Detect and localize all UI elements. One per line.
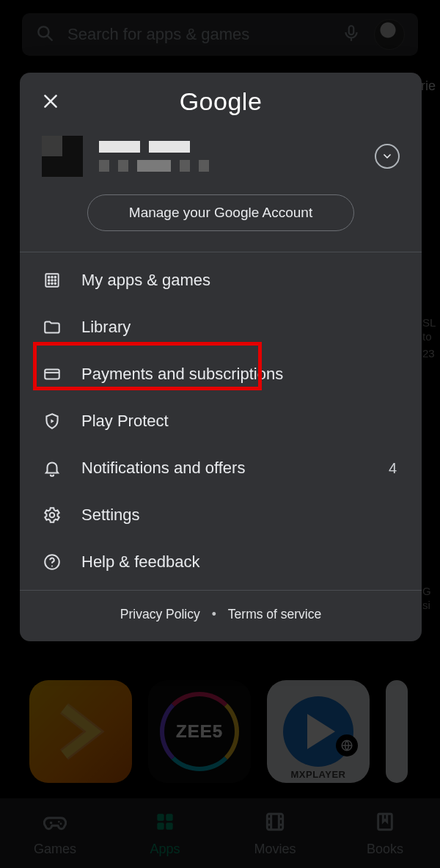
category-label-fragment: rie [421,79,436,94]
privacy-policy-link[interactable]: Privacy Policy [120,607,200,622]
help-icon [42,552,62,572]
bookmark-icon [373,810,397,837]
account-name-redacted [99,141,359,172]
grid-icon [42,270,62,291]
svg-point-30 [48,282,50,284]
menu-library[interactable]: Library [20,304,422,351]
svg-line-1 [48,36,52,40]
side-hint-2: G si [422,584,431,612]
menu-item-label: Payments and subscriptions [81,365,283,384]
separator-dot: • [212,607,216,622]
svg-point-32 [54,282,56,284]
menu-help[interactable]: Help & feedback [20,539,422,586]
sheet-footer: Privacy Policy • Terms of service [20,591,422,641]
terms-of-service-link[interactable]: Terms of service [228,607,321,622]
svg-point-28 [51,280,53,281]
menu-item-label: Play Protect [81,412,169,431]
svg-point-25 [51,277,53,278]
svg-rect-33 [45,370,59,379]
nav-games[interactable]: Games [0,798,110,868]
menu-item-label: My apps & games [81,271,210,290]
svg-point-24 [48,277,50,278]
gamepad-icon [43,810,67,837]
bell-icon [42,458,62,478]
nav-movies[interactable]: Movies [220,798,330,868]
svg-point-27 [48,280,50,281]
svg-point-36 [50,513,55,518]
app-tile[interactable]: ZEE5 [148,680,251,783]
svg-rect-10 [166,814,172,820]
app-tile[interactable] [386,680,408,783]
svg-point-31 [51,282,53,284]
folder-icon [42,317,62,338]
menu-play-protect[interactable]: Play Protect [20,398,422,445]
account-avatar [42,136,83,177]
search-icon [35,23,54,45]
menu-item-label: Library [81,318,131,337]
svg-rect-9 [157,814,164,820]
google-logo: Google [65,87,376,116]
svg-rect-2 [349,26,354,34]
manage-account-label: Manage your Google Account [129,205,312,221]
nav-label: Apps [150,842,180,857]
bottom-nav: Games Apps Movies Books [0,798,440,868]
gear-icon [42,505,62,525]
manage-account-button[interactable]: Manage your Google Account [87,194,354,231]
menu-item-label: Settings [81,506,140,525]
notification-count: 4 [389,460,397,477]
apps-icon [153,810,177,837]
shield-play-icon [42,411,62,431]
app-tile[interactable] [29,680,132,783]
side-hint-1: SL to 23 [422,316,436,360]
nav-apps[interactable]: Apps [110,798,220,868]
account-sheet: Google Manage your Google Account My app… [20,73,422,641]
svg-point-8 [60,823,62,825]
divider [20,252,422,252]
avatar[interactable] [374,19,405,50]
menu-items: My apps & games Library Payments and sub… [20,252,422,590]
svg-point-29 [54,280,56,281]
svg-rect-11 [157,823,164,829]
svg-point-26 [54,277,56,278]
svg-marker-35 [51,419,54,423]
nav-label: Movies [254,842,296,857]
app-tile-row: ZEE5 MXPLAYER [29,680,408,783]
account-row[interactable] [20,130,422,177]
close-button[interactable] [36,87,65,116]
menu-notifications[interactable]: Notifications and offers 4 [20,445,422,492]
svg-rect-20 [378,814,392,829]
svg-point-7 [58,820,60,823]
divider [20,590,422,591]
card-icon [42,364,62,384]
film-icon [263,810,287,837]
nav-books[interactable]: Books [330,798,440,868]
menu-my-apps-games[interactable]: My apps & games [20,257,422,304]
mxplayer-label: MXPLAYER [267,769,370,780]
mic-icon[interactable] [342,23,361,45]
svg-rect-13 [267,814,282,829]
svg-rect-12 [166,823,172,829]
nav-label: Games [34,842,76,857]
expand-accounts-button[interactable] [375,144,400,169]
menu-payments[interactable]: Payments and subscriptions [20,351,422,398]
menu-item-label: Help & feedback [81,552,199,572]
search-bar[interactable]: Search for apps & games [22,13,418,56]
nav-label: Books [367,842,403,857]
app-tile[interactable]: MXPLAYER [267,680,370,783]
menu-item-label: Notifications and offers [81,459,245,478]
svg-point-38 [51,565,53,566]
menu-settings[interactable]: Settings [20,492,422,539]
search-placeholder: Search for apps & games [67,25,329,44]
